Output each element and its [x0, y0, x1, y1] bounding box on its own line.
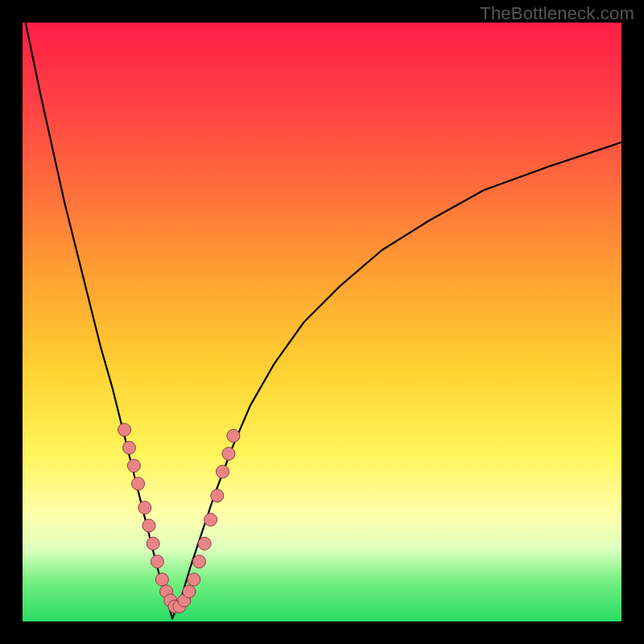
svg-point-5	[142, 519, 155, 532]
svg-point-15	[188, 573, 200, 586]
svg-point-6	[147, 537, 159, 550]
curve-right	[172, 142, 621, 618]
chart-svg	[23, 23, 621, 621]
svg-point-21	[222, 448, 235, 460]
svg-point-8	[155, 573, 168, 586]
svg-point-22	[227, 429, 240, 442]
svg-point-3	[132, 477, 145, 490]
svg-point-19	[211, 489, 224, 502]
svg-point-14	[183, 585, 196, 598]
svg-point-20	[217, 465, 229, 478]
svg-point-4	[138, 502, 151, 514]
svg-point-16	[192, 555, 205, 568]
svg-point-2	[127, 460, 140, 473]
svg-point-17	[198, 537, 211, 550]
svg-point-1	[122, 441, 135, 454]
svg-point-18	[204, 514, 217, 526]
svg-point-7	[151, 555, 163, 568]
watermark-text: TheBottleneck.com	[480, 3, 634, 24]
svg-point-0	[118, 423, 130, 436]
chart-frame: TheBottleneck.com	[0, 0, 644, 644]
markers	[118, 423, 239, 613]
